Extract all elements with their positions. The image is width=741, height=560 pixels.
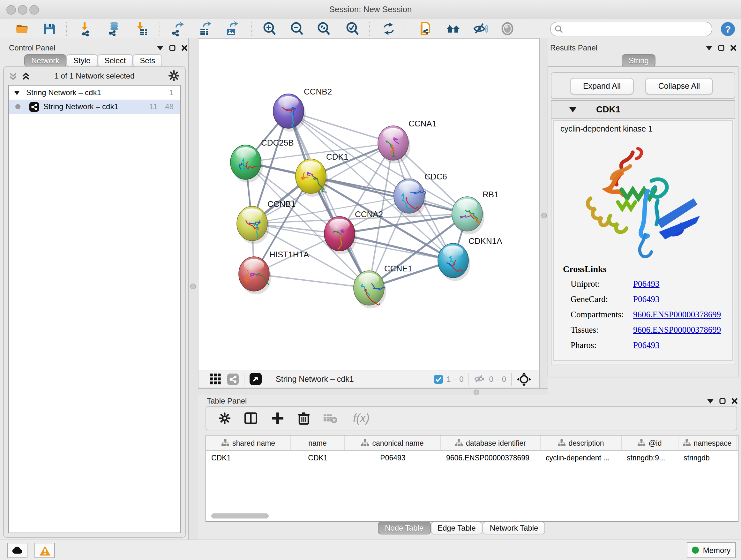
column-header-description[interactable]: description bbox=[541, 435, 622, 450]
crosslink-link[interactable]: 9606.ENSP00000378699 bbox=[633, 310, 721, 320]
export-table-icon[interactable] bbox=[197, 21, 212, 37]
string-view-icon[interactable] bbox=[227, 373, 239, 385]
column-header-canonical-name[interactable]: canonical name bbox=[345, 435, 441, 450]
network-node-CDC25B[interactable]: CDC25B bbox=[230, 138, 294, 183]
tab-style[interactable]: Style bbox=[66, 54, 97, 67]
tab-edge-table[interactable]: Edge Table bbox=[430, 522, 483, 535]
results-panel-title: Results Panel bbox=[550, 44, 597, 52]
tab-node-table[interactable]: Node Table bbox=[378, 522, 430, 535]
zoom-out-icon[interactable] bbox=[289, 21, 305, 37]
crosslink-row: Compartments:9606.ENSP00000378699 bbox=[570, 310, 730, 320]
network-row-selected[interactable]: String Network – cdk1 11 48 bbox=[9, 100, 180, 114]
table-row[interactable]: CDK1CDK1P064939606.ENSP00000378699cyclin… bbox=[206, 451, 738, 465]
selected-nodes-checkbox-icon[interactable] bbox=[434, 374, 443, 383]
show-columns-icon[interactable] bbox=[245, 412, 257, 425]
results-tab-string[interactable]: String bbox=[622, 54, 656, 67]
network-graph[interactable]: CCNB2CCNA1CDC25BCDK1CDC6RB1CCNB1CCNA2CDK… bbox=[198, 38, 539, 370]
delete-column-icon[interactable] bbox=[298, 412, 310, 425]
crosslink-row: GeneCard:P06493 bbox=[570, 294, 730, 305]
column-header-namespace[interactable]: namespace bbox=[678, 435, 737, 450]
crosslink-label: Compartments: bbox=[570, 310, 633, 320]
table-cell: P06493 bbox=[345, 451, 441, 465]
crosslink-link[interactable]: P06493 bbox=[633, 279, 660, 289]
network-node-RB1[interactable]: RB1 bbox=[452, 190, 499, 234]
node-card-header[interactable]: CDK1 bbox=[551, 101, 735, 119]
birdseye-view-icon[interactable] bbox=[250, 373, 262, 385]
panel-float-icon[interactable] bbox=[719, 398, 726, 404]
zoom-selected-icon[interactable] bbox=[345, 21, 360, 37]
network-edge[interactable] bbox=[288, 111, 369, 288]
splitter-grip[interactable] bbox=[541, 212, 547, 219]
network-view-toolbar: String Network – cdk1 1 – 0 0 – 0 bbox=[198, 370, 539, 388]
expand-all-button[interactable]: Expand All bbox=[570, 78, 634, 95]
network-options-gear-icon[interactable] bbox=[169, 70, 179, 81]
table-body: CDK1CDK1P064939606.ENSP00000378699cyclin… bbox=[206, 451, 738, 465]
column-label: database identifier bbox=[466, 439, 526, 447]
node-result-card: CDK1 cyclin-dependent kinase 1 bbox=[551, 100, 735, 365]
splitter-grip[interactable] bbox=[190, 284, 196, 289]
left-splitter[interactable] bbox=[188, 38, 199, 540]
table-cell: stringdb bbox=[678, 451, 737, 465]
horizontal-scrollbar[interactable] bbox=[211, 513, 269, 518]
zoom-fit-icon[interactable] bbox=[316, 21, 331, 37]
collapse-section-icon[interactable] bbox=[569, 107, 576, 112]
network-node-CDC6[interactable]: CDC6 bbox=[394, 172, 447, 216]
import-network-icon[interactable] bbox=[78, 21, 94, 37]
tab-select[interactable]: Select bbox=[97, 54, 133, 67]
control-panel-title: Control Panel bbox=[9, 44, 55, 52]
table-cell: cyclin-dependent ... bbox=[541, 451, 622, 465]
table-panel-tabs: Node TableEdge TableNetwork Table bbox=[378, 522, 545, 535]
table-options-gear-icon[interactable] bbox=[219, 413, 230, 424]
panel-menu-icon[interactable] bbox=[707, 399, 714, 403]
home-networks-icon[interactable] bbox=[446, 21, 461, 37]
panel-float-icon[interactable] bbox=[169, 45, 176, 51]
tab-network-table[interactable]: Network Table bbox=[483, 522, 545, 535]
crosslink-link[interactable]: P06493 bbox=[633, 294, 660, 305]
network-node-CCNB2[interactable]: CCNB2 bbox=[273, 87, 332, 132]
column-header-database-identifier[interactable]: database identifier bbox=[441, 435, 541, 450]
import-network-from-database-icon[interactable] bbox=[106, 21, 121, 37]
tab-network[interactable]: Network bbox=[24, 54, 66, 67]
refresh-icon[interactable] bbox=[381, 21, 396, 37]
create-column-icon[interactable] bbox=[271, 412, 284, 425]
export-image-icon[interactable] bbox=[223, 21, 239, 37]
column-header-@id[interactable]: @id bbox=[622, 435, 678, 450]
panel-close-icon[interactable] bbox=[731, 398, 738, 404]
panel-close-icon[interactable] bbox=[730, 45, 737, 51]
open-session-icon[interactable] bbox=[15, 21, 30, 37]
save-session-icon[interactable] bbox=[42, 21, 57, 37]
zoom-in-icon[interactable] bbox=[262, 21, 277, 37]
network-node-CCNE1[interactable]: CCNE1 bbox=[354, 264, 412, 308]
network-collection-row[interactable]: String Network – cdk1 1 bbox=[9, 85, 180, 100]
pan-crosshair-icon[interactable] bbox=[517, 372, 531, 386]
crosslink-link[interactable]: P06493 bbox=[633, 340, 660, 351]
help-icon[interactable]: ? bbox=[720, 21, 735, 37]
memory-button[interactable]: Memory bbox=[687, 542, 736, 558]
panel-float-icon[interactable] bbox=[718, 45, 724, 51]
column-header-name[interactable]: name bbox=[291, 435, 345, 450]
panel-close-icon[interactable] bbox=[181, 45, 188, 51]
panel-menu-icon[interactable] bbox=[706, 46, 712, 50]
show-graphics-details-icon[interactable] bbox=[500, 21, 515, 37]
tab-sets[interactable]: Sets bbox=[133, 54, 162, 67]
panel-menu-icon[interactable] bbox=[157, 46, 163, 50]
hierarchy-sort-icon bbox=[557, 439, 565, 446]
search-input[interactable] bbox=[550, 22, 712, 37]
network-node-CDKN1A[interactable]: CDKN1A bbox=[438, 236, 502, 281]
grid-view-icon[interactable] bbox=[210, 374, 221, 384]
cloud-status-button[interactable] bbox=[7, 543, 27, 558]
tree-expand-icon[interactable] bbox=[14, 90, 20, 95]
column-header-shared-name[interactable]: shared name bbox=[206, 435, 291, 450]
collapse-all-button[interactable]: Collapse All bbox=[645, 78, 713, 95]
network-node-CCNA2[interactable]: CCNA2 bbox=[324, 209, 383, 254]
network-edge[interactable] bbox=[254, 274, 369, 288]
warnings-button[interactable] bbox=[35, 543, 55, 558]
network-node-CDK1[interactable]: CDK1 bbox=[295, 152, 348, 197]
crosslink-link[interactable]: 9606.ENSP00000378699 bbox=[633, 325, 721, 335]
copy-network-icon[interactable] bbox=[418, 21, 433, 37]
import-table-icon[interactable] bbox=[134, 21, 149, 37]
hide-unhide-icon[interactable] bbox=[472, 21, 488, 37]
export-network-icon[interactable] bbox=[169, 21, 185, 37]
node-label: CDK1 bbox=[326, 152, 348, 162]
network-node-HIST1H1A[interactable]: HIST1H1A bbox=[239, 250, 309, 294]
